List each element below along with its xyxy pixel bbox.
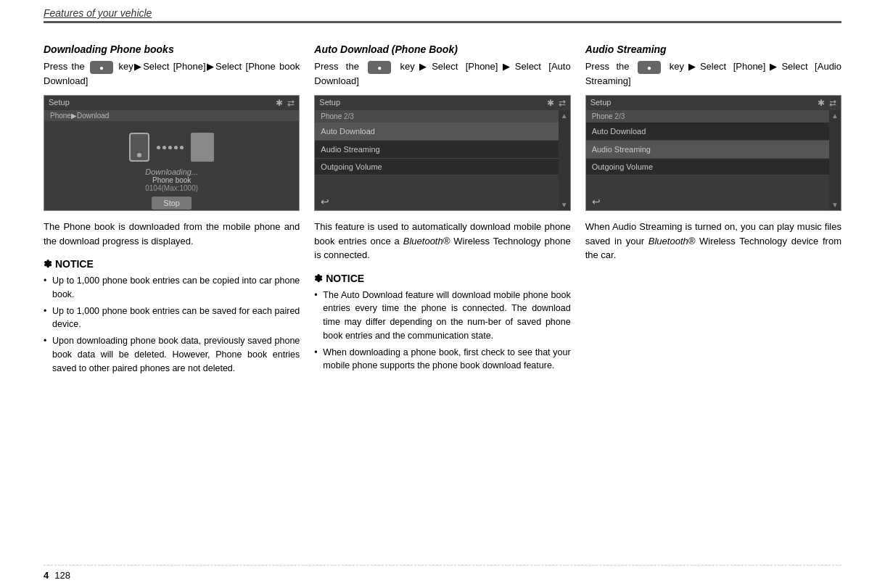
menu-content-2: Phone 2/3 Auto Download ✓ Audio Streamin…: [586, 110, 841, 210]
back-btn-row-2: ↩: [586, 175, 841, 210]
intro-prefix-1: Press the: [44, 61, 88, 72]
scroll-bar-2: ▲ ▼: [829, 110, 841, 210]
description-1: The Phone book is downloaded from the mo…: [44, 220, 300, 248]
footer-page-number: 4: [44, 570, 49, 581]
notice-title-2: ✽ NOTICE: [314, 273, 570, 284]
scroll-down-2[interactable]: ▼: [831, 201, 839, 209]
key-icon-3: [638, 61, 661, 74]
downloading-text: Downloading...: [145, 167, 198, 176]
phone-subtitle-2: Phone 2/3: [586, 110, 841, 123]
menu-label-1-0: Auto Download: [321, 127, 375, 136]
menu-label-2-1: Audio Streaming: [592, 145, 651, 154]
menu-label-1-2: Outgoing Volume: [321, 162, 382, 171]
signal-icon-1: ⇄: [287, 98, 295, 108]
phonebook-label: Phone book: [152, 176, 191, 184]
key-icon-2: [368, 61, 391, 74]
menu-row-2-1[interactable]: Audio Streaming ✓: [586, 141, 841, 159]
menu-row-1-0[interactable]: Auto Download ✓: [315, 123, 569, 141]
screen-title-bar-3: Setup ✱ ⇄: [586, 96, 841, 110]
notice-list-1: Up to 1,000 phone book entries can be co…: [44, 274, 300, 375]
bluetooth-ref-2: Bluetooth®: [649, 236, 696, 247]
back-btn-row-1: ↩: [315, 175, 569, 210]
screen-title-bar-1: Setup ✱ ⇄: [44, 96, 299, 110]
dot-4: [174, 146, 178, 149]
notice-item-1-1: Up to 1,000 phone book entries can be sa…: [44, 305, 300, 332]
screen-title-3: Setup: [590, 98, 612, 108]
column-1: Downloading Phone books Press the key▶Se…: [44, 44, 314, 378]
menu-label-2-2: Outgoing Volume: [592, 162, 653, 171]
dot-2: [162, 146, 166, 149]
intro-text-2: Press the key▶Select [Phone]▶Select [Aut…: [314, 59, 570, 88]
notice-section-1: ✽ NOTICE Up to 1,000 phone book entries …: [44, 258, 300, 375]
notice-list-2: The Auto Download feature will download …: [314, 289, 570, 373]
notice-item-1-2: Upon downloading phone book data, previo…: [44, 334, 300, 375]
notice-section-2: ✽ NOTICE The Auto Download feature will …: [314, 273, 570, 373]
screen-icons-2: ✱ ⇄: [547, 98, 566, 108]
screen-path-1: Phone▶Download: [44, 110, 299, 121]
menu-label-2-0: Auto Download: [592, 127, 646, 136]
intro-prefix-3: Press the: [585, 61, 636, 72]
signal-icon-2: ⇄: [559, 98, 566, 108]
section-title-3: Audio Streaming: [585, 44, 841, 55]
menu-items-col-2: Phone 2/3 Auto Download ✓ Audio Streamin…: [586, 110, 841, 210]
menu-row-2-0[interactable]: Auto Download ✓: [586, 123, 841, 141]
notice-item-2-0: The Auto Download feature will download …: [314, 289, 570, 343]
notice-title-1: ✽ NOTICE: [44, 258, 300, 270]
phone-subtitle-1: Phone 2/3: [315, 110, 569, 123]
screen-title-bar-2: Setup ✱ ⇄: [315, 96, 569, 110]
intro-prefix-2: Press the: [314, 61, 366, 72]
back-btn-2[interactable]: ↩: [592, 196, 601, 207]
scroll-bar-1: ▲ ▼: [559, 110, 570, 210]
book-icon: [191, 133, 214, 162]
phone-icon: [129, 133, 149, 162]
section-title-1: Downloading Phone books: [44, 44, 300, 55]
dots-row: [157, 146, 184, 149]
screen-title-2: Setup: [319, 98, 340, 108]
stop-button[interactable]: Stop: [152, 196, 192, 210]
dot-5: [180, 146, 184, 149]
max-label: 0104(Max:1000): [145, 184, 198, 192]
key-icon-1: [90, 61, 113, 74]
intro-text-1: Press the key▶Select [Phone]▶Select [Pho…: [44, 59, 300, 88]
menu-row-1-1[interactable]: Audio Streaming ✓: [315, 141, 569, 159]
page-header: Features of your vehicle: [44, 0, 841, 23]
screen-icons-3: ✱ ⇄: [818, 98, 836, 108]
notice-item-1-0: Up to 1,000 phone book entries can be co…: [44, 274, 300, 302]
page-container: Features of your vehicle Downloading Pho…: [0, 0, 885, 588]
intro-text-3: Press the key▶Select [Phone]▶Select [Aud…: [585, 59, 841, 88]
download-body: Downloading... Phone book 0104(Max:1000)…: [44, 121, 299, 211]
screen-title-1: Setup: [49, 98, 70, 108]
dot-1: [157, 146, 160, 149]
scroll-down-1[interactable]: ▼: [561, 201, 568, 209]
description-2: This feature is used to automatically do…: [314, 220, 570, 262]
signal-icon-3: ⇄: [829, 98, 836, 108]
description-3: When Audio Streaming is turned on, you c…: [585, 220, 841, 262]
scroll-up-1[interactable]: ▲: [561, 112, 568, 120]
bluetooth-icon-2: ✱: [547, 98, 554, 108]
menu-content-1: Phone 2/3 Auto Download ✓ Audio Streamin…: [315, 110, 569, 210]
menu-row-2-2[interactable]: Outgoing Volume ▶: [586, 159, 841, 175]
menu-screen-2: Setup ✱ ⇄ Phone 2/3 Auto Download ✓: [585, 95, 841, 211]
back-btn-1[interactable]: ↩: [321, 196, 329, 207]
screen-icons-1: ✱ ⇄: [276, 98, 295, 108]
menu-label-1-1: Audio Streaming: [321, 145, 379, 154]
content-area: Downloading Phone books Press the key▶Se…: [44, 29, 841, 378]
notice-item-2-1: When downloading a phone book, first che…: [314, 346, 570, 373]
column-3: Audio Streaming Press the key▶Select [Ph…: [585, 44, 841, 378]
menu-screen-1: Setup ✱ ⇄ Phone 2/3 Auto Download ✓: [314, 95, 570, 211]
download-screen: Setup ✱ ⇄ Phone▶Download: [44, 95, 300, 211]
footer-page-sub: 128: [54, 570, 70, 581]
phone-icon-row: [129, 133, 214, 162]
column-2: Auto Download (Phone Book) Press the key…: [314, 44, 585, 378]
bluetooth-icon-3: ✱: [818, 98, 825, 108]
bluetooth-ref-1: Bluetooth®: [403, 236, 450, 247]
header-title: Features of your vehicle: [44, 7, 152, 19]
dot-3: [168, 146, 172, 149]
scroll-up-2[interactable]: ▲: [831, 112, 839, 120]
menu-items-col-1: Phone 2/3 Auto Download ✓ Audio Streamin…: [315, 110, 569, 210]
menu-row-1-2[interactable]: Outgoing Volume ▶: [315, 159, 569, 175]
section-title-2: Auto Download (Phone Book): [314, 44, 570, 55]
bluetooth-icon-1: ✱: [276, 98, 283, 108]
footer: 4 128: [44, 565, 841, 581]
